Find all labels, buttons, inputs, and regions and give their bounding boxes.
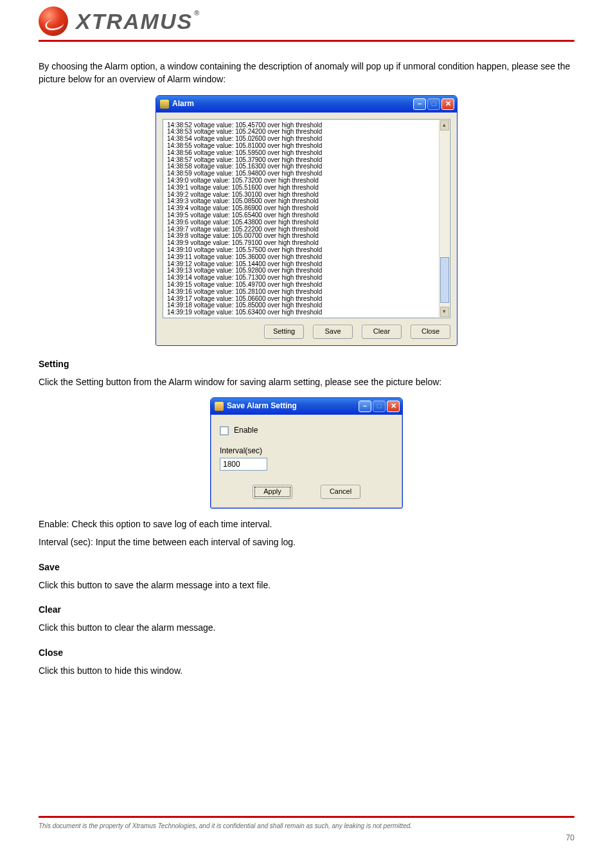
setting-heading: Setting — [39, 357, 574, 370]
enable-paragraph: Enable: Check this option to save log of… — [39, 518, 574, 530]
save-paragraph: Click this button to save the alarm mess… — [39, 579, 574, 592]
save-window-icon — [215, 402, 224, 411]
interval-input[interactable] — [220, 458, 267, 471]
alarm-log-lines: 14:38:52 voltage value: 105.45700 over h… — [167, 122, 449, 316]
page-number: 70 — [566, 833, 574, 842]
logo-sphere-icon — [39, 6, 68, 36]
alarm-window-title: Alarm — [172, 98, 413, 109]
footer-divider — [39, 816, 574, 818]
cancel-button[interactable]: Cancel — [321, 485, 360, 499]
scroll-track[interactable] — [440, 131, 449, 307]
save-window-body: Enable Interval(sec) Apply Cancel — [211, 415, 402, 508]
alarm-titlebar[interactable]: Alarm – □ ✕ — [156, 96, 457, 113]
close-button[interactable]: Close — [411, 325, 450, 339]
footer-text: This document is the property of Xtramus… — [39, 822, 574, 829]
page-header: XTRAMUS® — [0, 0, 613, 36]
setting-paragraph: Click the Setting button from the Alarm … — [39, 375, 574, 388]
brand-name: XTRAMUS® — [76, 9, 200, 34]
save-window-title: Save Alarm Setting — [227, 401, 359, 411]
save-button-row: Apply Cancel — [220, 485, 393, 499]
enable-label: Enable — [234, 425, 258, 436]
clear-paragraph: Click this button to clear the alarm mes… — [39, 621, 574, 634]
close-window-button[interactable]: ✕ — [441, 98, 454, 110]
enable-row: Enable — [220, 425, 393, 436]
maximize-button: □ — [427, 98, 440, 110]
registered-mark: ® — [194, 9, 200, 17]
enable-checkbox[interactable] — [220, 426, 229, 435]
alarm-log-box[interactable]: 14:38:52 voltage value: 105.45700 over h… — [163, 119, 450, 318]
save-titlebar-buttons: – □ ✕ — [359, 401, 400, 412]
alarm-window: Alarm – □ ✕ 14:38:52 voltage value: 105.… — [155, 95, 458, 346]
save-heading: Save — [39, 561, 574, 574]
scroll-up-arrow-icon[interactable]: ▴ — [440, 120, 449, 131]
titlebar-buttons: – □ ✕ — [413, 98, 454, 110]
brand-logo: XTRAMUS® — [39, 6, 574, 36]
alarm-button-row: Setting Save Clear Close — [163, 325, 450, 339]
interval-label: Interval(sec) — [220, 446, 393, 457]
clear-heading: Clear — [39, 603, 574, 616]
alarm-window-body: 14:38:52 voltage value: 105.45700 over h… — [156, 113, 457, 345]
clear-button[interactable]: Clear — [362, 325, 402, 339]
close-heading: Close — [39, 646, 574, 659]
brand-text: XTRAMUS — [76, 9, 193, 33]
alarm-window-icon — [160, 100, 169, 109]
save-alarm-setting-window: Save Alarm Setting – □ ✕ Enable Interval… — [210, 397, 403, 509]
close-paragraph: Click this button to hide this window. — [39, 664, 574, 677]
save-titlebar[interactable]: Save Alarm Setting – □ ✕ — [211, 398, 402, 415]
interval-paragraph: Interval (sec): Input the time between e… — [39, 536, 574, 548]
apply-button[interactable]: Apply — [253, 485, 292, 499]
save-close-window-button[interactable]: ✕ — [387, 401, 400, 412]
vertical-scrollbar[interactable]: ▴ ▾ — [439, 120, 449, 317]
intro-paragraph: By choosing the Alarm option, a window c… — [39, 60, 574, 86]
save-maximize-button: □ — [373, 401, 386, 412]
save-minimize-button[interactable]: – — [359, 401, 371, 412]
minimize-button[interactable]: – — [413, 98, 426, 110]
setting-button[interactable]: Setting — [264, 325, 304, 339]
scroll-thumb[interactable] — [440, 257, 449, 303]
save-button[interactable]: Save — [313, 325, 353, 339]
scroll-down-arrow-icon[interactable]: ▾ — [440, 307, 449, 317]
